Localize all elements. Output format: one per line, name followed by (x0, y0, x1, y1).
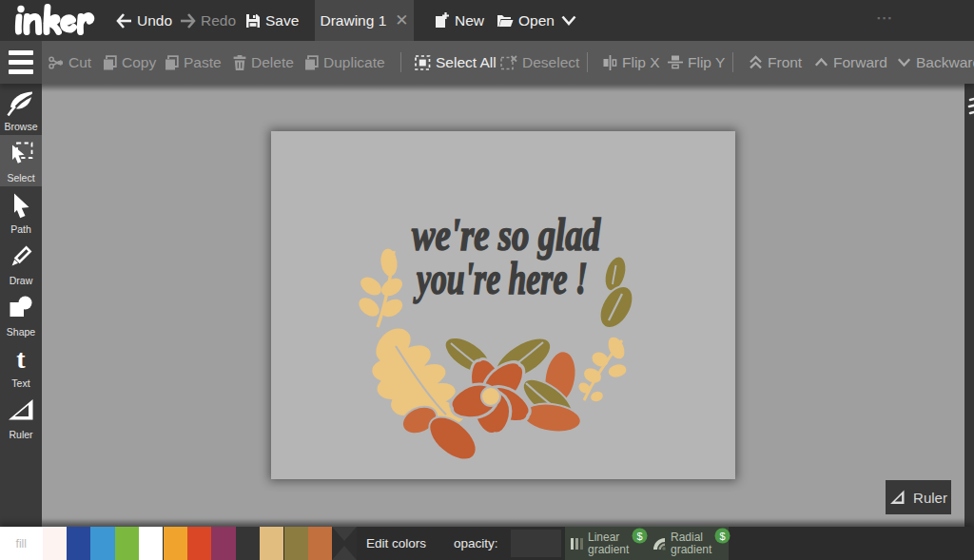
svg-text:t: t (16, 347, 26, 372)
svg-text:you're here !: you're here ! (413, 253, 588, 303)
svg-text:$: $ (637, 531, 643, 542)
svg-text:$: $ (720, 531, 726, 542)
